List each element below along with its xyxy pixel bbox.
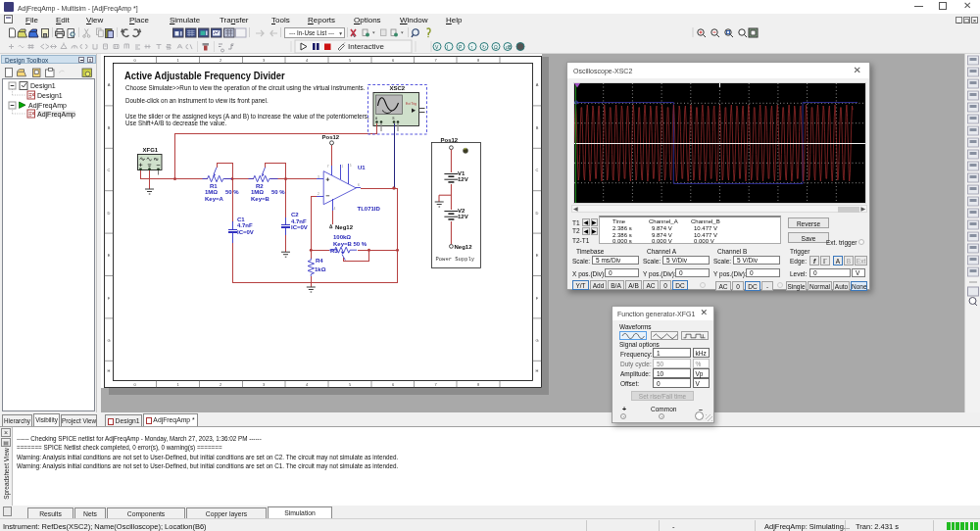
svg-text:2: 2 — [220, 382, 222, 387]
svg-text:4: 4 — [334, 207, 336, 211]
svg-text:7: 7 — [434, 58, 437, 63]
svg-text:A: A — [375, 117, 377, 121]
svg-text:4: 4 — [306, 58, 309, 63]
svg-text:↑: ↑ — [470, 44, 473, 50]
svg-text:D: D — [108, 211, 111, 216]
svg-text:6: 6 — [392, 382, 395, 387]
svg-text:G: G — [107, 338, 110, 343]
svg-text:4: 4 — [306, 382, 309, 387]
svg-text:2: 2 — [318, 192, 319, 196]
svg-text:8: 8 — [477, 58, 480, 63]
svg-text:3: 3 — [263, 58, 266, 63]
svg-text:H: H — [108, 368, 111, 373]
svg-text:5: 5 — [350, 164, 352, 168]
svg-text:7: 7 — [327, 165, 329, 169]
svg-text:5: 5 — [349, 58, 352, 63]
svg-text:C: C — [536, 168, 539, 172]
svg-text:3: 3 — [263, 382, 266, 387]
svg-text:1: 1 — [176, 382, 179, 387]
svg-text:dB: dB — [506, 44, 513, 50]
svg-text:Ext Trig: Ext Trig — [406, 102, 416, 106]
svg-text:B: B — [393, 117, 395, 121]
svg-text:I: I — [447, 44, 448, 50]
svg-text:A: A — [536, 82, 539, 87]
svg-text:F: F — [536, 296, 539, 301]
svg-text:H: H — [536, 368, 539, 373]
svg-text:5: 5 — [349, 382, 352, 387]
svg-text:A: A — [108, 82, 111, 87]
svg-text:D: D — [536, 211, 539, 216]
svg-text:6: 6 — [392, 58, 395, 63]
svg-text:E: E — [536, 253, 539, 258]
svg-text:8: 8 — [477, 382, 480, 387]
svg-text:G: G — [535, 338, 538, 343]
svg-text:7: 7 — [434, 382, 437, 387]
svg-text:C: C — [108, 168, 111, 172]
svg-text:0: 0 — [133, 58, 136, 63]
svg-text:↻: ↻ — [482, 44, 486, 50]
svg-text:0: 0 — [133, 382, 136, 387]
svg-text:F: F — [108, 296, 111, 301]
svg-text:1: 1 — [342, 165, 344, 169]
svg-text:Ω: Ω — [494, 44, 498, 50]
svg-text:B: B — [536, 125, 539, 130]
svg-text:2: 2 — [220, 58, 222, 63]
svg-text:3: 3 — [318, 175, 319, 179]
svg-text:B: B — [108, 125, 111, 130]
svg-text:1: 1 — [176, 58, 179, 63]
svg-text:6: 6 — [358, 183, 360, 187]
svg-text:E: E — [108, 253, 111, 258]
